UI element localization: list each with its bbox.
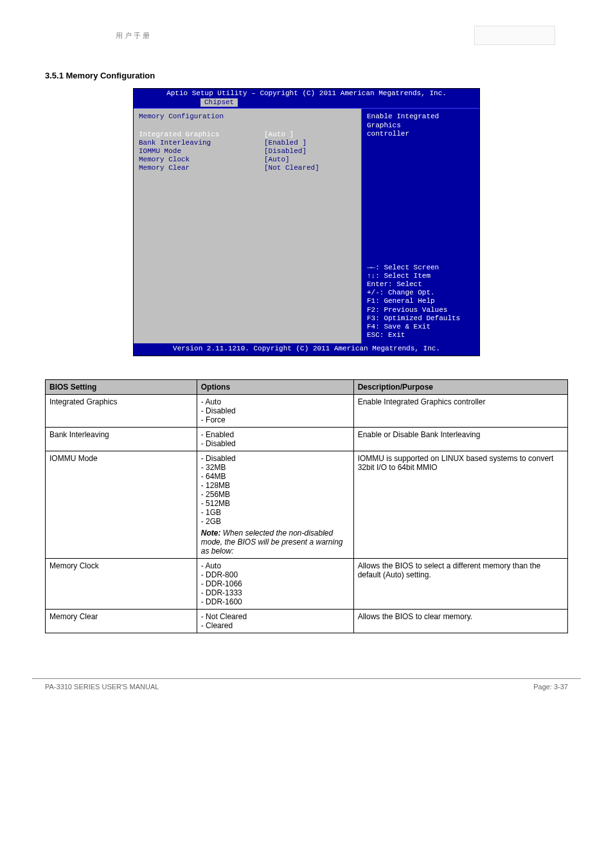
option-value: - Auto [201, 397, 221, 406]
option-value: - Enabled [201, 430, 234, 439]
bios-setting-label: Integrated Graphics [139, 131, 264, 139]
options-table: BIOS Setting Options Description/Purpose… [45, 379, 568, 633]
section-heading: 3.5.1 Memory Configuration [45, 71, 568, 80]
bios-screenshot: Aptio Setup Utility – Copyright (C) 2011… [45, 88, 568, 356]
bios-setting-value: [Disabled] [264, 147, 306, 156]
option-value: - 2GB [201, 517, 221, 526]
bios-setting-value: [Auto ] [264, 131, 294, 139]
bios-help-key-line: ESC: Exit [367, 331, 474, 339]
option-value: - DDR-800 [201, 570, 238, 579]
option-value: - 512MB [201, 499, 230, 508]
th-description: Description/Purpose [353, 379, 567, 394]
footer-separator [32, 678, 581, 679]
bios-help-key-line: F1: General Help [367, 297, 474, 305]
bios-help-key-line: ↑↓: Select Item [367, 272, 474, 280]
cell-setting: IOMMU Mode [46, 451, 197, 558]
option-value: - 32MB [201, 463, 226, 472]
bios-body: Memory Configuration Integrated Graphics… [134, 108, 479, 343]
bios-help-description: Enable Integrated Graphics controller [367, 113, 474, 138]
table-row: IOMMU Mode- Disabled- 32MB- 64MB- 128MB-… [46, 451, 568, 558]
option-value: - Force [201, 415, 226, 424]
bios-setting-value: [Auto] [264, 156, 290, 164]
bios-setting-row[interactable]: Memory Clear[Not Cleared] [139, 164, 356, 172]
bios-setting-label: Bank Interleaving [139, 139, 264, 147]
table-row: Integrated Graphics- Auto- Disabled- For… [46, 394, 568, 427]
cell-description: IOMMU is supported on LINUX based system… [353, 451, 567, 558]
header-placeholder [474, 26, 555, 45]
cell-description: Allows the BIOS to select a different me… [353, 558, 567, 609]
bios-setting-label: Memory Clear [139, 164, 264, 172]
cell-options: - Disabled- 32MB- 64MB- 128MB- 256MB- 51… [197, 451, 353, 558]
bios-left-header: Memory Configuration [139, 113, 356, 121]
cell-setting: Memory Clock [46, 558, 197, 609]
bios-tab-row: Chipset [134, 98, 479, 108]
cell-setting: Integrated Graphics [46, 394, 197, 427]
option-value: - 1GB [201, 508, 221, 517]
option-value: - 64MB [201, 472, 226, 481]
bios-help-key-line: +/-: Change Opt. [367, 289, 474, 297]
option-value: - Auto [201, 561, 221, 570]
footer-right: Page: 3-37 [533, 683, 568, 691]
cell-description: Enable or Disable Bank Interleaving [353, 427, 567, 451]
bios-title: Aptio Setup Utility – Copyright (C) 2011… [134, 89, 479, 98]
th-setting: BIOS Setting [46, 379, 197, 394]
bios-setting-label: IOMMU Mode [139, 147, 264, 156]
bios-right-panel: Enable Integrated Graphics controller →←… [362, 109, 479, 343]
cell-options: - Not Cleared- Cleared [197, 609, 353, 633]
bios-setting-label: Memory Clock [139, 156, 264, 164]
bios-left-panel: Memory Configuration Integrated Graphics… [134, 109, 362, 343]
bios-help-key-line: Enter: Select [367, 280, 474, 289]
page-header-text: 用 户 手 册 [116, 31, 150, 41]
th-options: Options [197, 379, 353, 394]
bios-help-key-line: F4: Save & Exit [367, 323, 474, 331]
bios-help-key-line: F3: Optimized Defaults [367, 314, 474, 323]
bios-setting-row[interactable]: Integrated Graphics[Auto ] [139, 131, 356, 139]
option-value: - DDR-1600 [201, 597, 242, 606]
table-header-row: BIOS Setting Options Description/Purpose [46, 379, 568, 394]
bios-setting-row[interactable]: IOMMU Mode[Disabled] [139, 147, 356, 156]
option-value: - 128MB [201, 481, 230, 490]
option-note: Note: When selected the non-disabled mod… [201, 529, 350, 556]
option-value: - Not Cleared [201, 612, 247, 621]
cell-description: Allows the BIOS to clear memory. [353, 609, 567, 633]
bios-setting-value: [Enabled ] [264, 139, 306, 147]
cell-options: - Enabled- Disabled [197, 427, 353, 451]
page-header: 用 户 手 册 [45, 26, 568, 45]
table-row: Memory Clear- Not Cleared- ClearedAllows… [46, 609, 568, 633]
option-value: - DDR-1066 [201, 579, 242, 588]
bios-setting-row[interactable]: Memory Clock[Auto] [139, 156, 356, 164]
table-row: Bank Interleaving- Enabled- DisabledEnab… [46, 427, 568, 451]
bios-tab-chipset[interactable]: Chipset [200, 98, 238, 107]
cell-options: - Auto- Disabled- Force [197, 394, 353, 427]
cell-options: - Auto- DDR-800- DDR-1066- DDR-1333- DDR… [197, 558, 353, 609]
option-value: - Disabled [201, 439, 236, 448]
option-value: - Disabled [201, 454, 236, 463]
bios-window: Aptio Setup Utility – Copyright (C) 2011… [133, 88, 480, 356]
option-value: - Disabled [201, 406, 236, 415]
cell-setting: Bank Interleaving [46, 427, 197, 451]
page-footer: PA-3310 SERIES USER'S MANUAL Page: 3-37 [45, 683, 568, 691]
table-row: Memory Clock- Auto- DDR-800- DDR-1066- D… [46, 558, 568, 609]
bios-footer: Version 2.11.1210. Copyright (C) 2011 Am… [134, 343, 479, 355]
bios-setting-value: [Not Cleared] [264, 164, 319, 172]
option-value: - Cleared [201, 621, 233, 630]
cell-description: Enable Integrated Graphics controller [353, 394, 567, 427]
bios-help-keys: →←: Select Screen↑↓: Select ItemEnter: S… [367, 264, 474, 340]
cell-setting: Memory Clear [46, 609, 197, 633]
option-value: - DDR-1333 [201, 588, 242, 597]
footer-left: PA-3310 SERIES USER'S MANUAL [45, 683, 159, 691]
bios-help-key-line: →←: Select Screen [367, 264, 474, 272]
bios-help-key-line: F2: Previous Values [367, 306, 474, 314]
option-value: - 256MB [201, 490, 230, 499]
bios-setting-row[interactable]: Bank Interleaving[Enabled ] [139, 139, 356, 147]
